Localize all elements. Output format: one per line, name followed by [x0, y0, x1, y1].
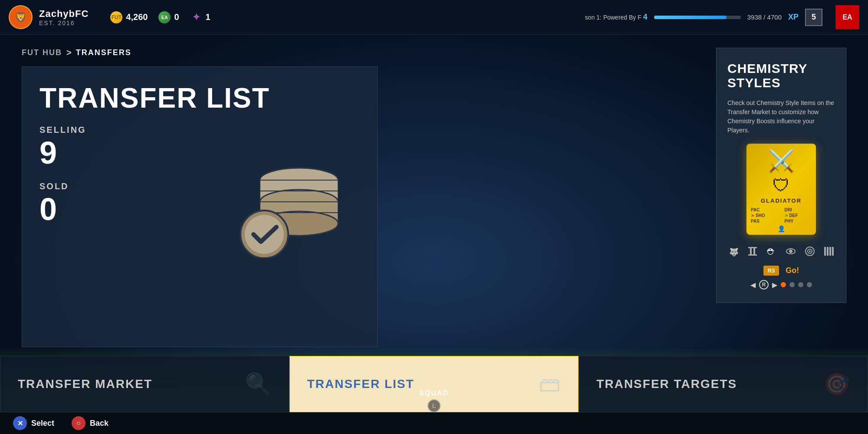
- gladiator-shield-icon: 🛡: [773, 176, 790, 195]
- gladiator-card: ⚔️ 🛡 GLADIATOR PAC DRI ➤ SHO ➤ DEF PAS P…: [746, 144, 816, 235]
- season-text: son 1: Powered By F 4: [585, 13, 648, 22]
- tab-transfer-targets-icon: 🎯: [823, 372, 850, 397]
- ea-logo: EA: [835, 5, 859, 29]
- xp-section: son 1: Powered By F 4 3938 / 4700 XP 5 E…: [585, 5, 859, 29]
- squad-l-badge: L: [427, 399, 441, 412]
- back-label: Back: [90, 419, 108, 428]
- club-logo: 🦁: [9, 5, 33, 29]
- gladiator-card-name: GLADIATOR: [761, 197, 802, 204]
- nav-r-badge: R: [759, 280, 769, 289]
- svg-rect-12: [748, 247, 757, 248]
- coins-display: FUT 4,260: [110, 11, 148, 23]
- tab-transfer-market-icon: 🔍: [245, 372, 272, 397]
- xp-icon: XP: [788, 13, 799, 22]
- tab-transfer-list-label: TRANSFER LIST: [307, 377, 414, 391]
- page-dot-3: [798, 282, 803, 287]
- points-icon: EA: [158, 11, 171, 23]
- r3-badge: R3: [763, 266, 779, 276]
- person-icon: 👤: [778, 225, 785, 232]
- xp-values: 3938 / 4700: [747, 13, 782, 21]
- go-button-row: R3 Go!: [727, 266, 835, 276]
- breadcrumb-parent: FUT HUB: [22, 48, 62, 57]
- squad-center: Squad L: [419, 389, 449, 412]
- tab-transfer-market-label: TRANSFER MARKET: [18, 377, 152, 391]
- chem-icon-wolf: 🐺: [727, 243, 740, 259]
- tab-transfer-targets-label: TRANSFER TARGETS: [596, 377, 737, 391]
- stat-def: ➤ DEF: [785, 213, 812, 218]
- stat-pac: PAC: [751, 207, 778, 212]
- coin-icon: FUT: [110, 11, 122, 23]
- svg-point-8: [245, 215, 284, 254]
- svg-text:🐺: 🐺: [729, 247, 739, 257]
- star-icon: ✦: [190, 11, 202, 23]
- gladiator-stats-grid: PAC DRI ➤ SHO ➤ DEF PAS PHY: [751, 207, 812, 224]
- breadcrumb-separator: >: [66, 48, 72, 58]
- transfer-list-title: TRANSFER LIST: [39, 84, 360, 112]
- x-button-icon: ✕: [13, 416, 27, 430]
- svg-rect-23: [832, 247, 834, 256]
- tab-transfer-market[interactable]: TRANSFER MARKET 🔍: [0, 356, 289, 412]
- coins-value: 4,260: [126, 12, 148, 22]
- go-label: Go!: [786, 266, 799, 275]
- stars-display: ✦ 1: [190, 11, 210, 23]
- currency-group: FUT 4,260 EA 0 ✦ 1: [110, 11, 210, 23]
- select-label: Select: [31, 419, 54, 428]
- page-dot-2: [789, 282, 795, 287]
- svg-point-19: [809, 250, 811, 252]
- svg-rect-22: [829, 247, 831, 256]
- pagination-row: ◀ R ▶: [727, 280, 835, 289]
- points-value: 0: [174, 12, 179, 22]
- svg-text:⛑: ⛑: [767, 247, 776, 256]
- chem-icon-pillar: [746, 243, 759, 259]
- chem-icon-target: [803, 243, 816, 259]
- stat-sho: ➤ SHO: [751, 213, 778, 218]
- stars-value: 1: [206, 12, 210, 22]
- coins-stack-icon: [230, 154, 351, 260]
- xp-bar-container: [654, 16, 741, 19]
- chemistry-styles-panel: CHEMISTRY STYLES Check out Chemistry Sty…: [716, 48, 846, 303]
- transfer-list-panel: TRANSFER LIST SELLING 9 SOLD 0: [22, 66, 378, 347]
- chemistry-icons-row: 🐺 ⛑: [727, 243, 835, 259]
- chem-icon-columns: [822, 243, 835, 259]
- action-bar: ✕ Select ○ Back: [0, 412, 868, 434]
- back-button[interactable]: ○ Back: [72, 416, 108, 430]
- club-name: ZachybFC: [39, 8, 89, 20]
- tab-transfer-list-icon: 🗃: [539, 372, 561, 397]
- chem-icon-eye: [785, 243, 797, 259]
- squad-label: Squad: [419, 389, 449, 397]
- est-text: EST. 2016: [39, 20, 102, 26]
- stat-phy: PHY: [785, 219, 812, 224]
- points-display: EA 0: [158, 11, 179, 23]
- selling-label: SELLING: [39, 125, 360, 135]
- next-arrow[interactable]: ▶: [772, 281, 777, 289]
- select-button[interactable]: ✕ Select: [13, 416, 54, 430]
- chemistry-title: CHEMISTRY STYLES: [727, 61, 835, 90]
- chemistry-description: Check out Chemistry Style Items on the T…: [727, 99, 835, 135]
- svg-rect-21: [827, 247, 829, 256]
- level-badge: 5: [805, 9, 822, 26]
- page-dot-4: [807, 282, 812, 287]
- svg-rect-20: [824, 247, 826, 256]
- xp-bar-fill: [654, 16, 727, 19]
- header-bar: 🦁 ZachybFC EST. 2016 FUT 4,260 EA 0 ✦ 1 …: [0, 0, 868, 35]
- svg-rect-13: [748, 254, 757, 256]
- stat-dri: DRI: [785, 207, 812, 212]
- svg-point-16: [789, 250, 792, 253]
- stat-pas: PAS: [751, 219, 778, 224]
- tab-transfer-targets[interactable]: TRANSFER TARGETS 🎯: [579, 356, 868, 412]
- prev-arrow[interactable]: ◀: [750, 281, 756, 289]
- breadcrumb-current: TRANSFERS: [76, 48, 132, 57]
- gladiator-helmet-icon: ⚔️: [768, 148, 795, 174]
- chem-icon-helmet: ⛑: [766, 243, 778, 259]
- page-dot-1: [781, 282, 786, 287]
- o-button-icon: ○: [72, 416, 85, 430]
